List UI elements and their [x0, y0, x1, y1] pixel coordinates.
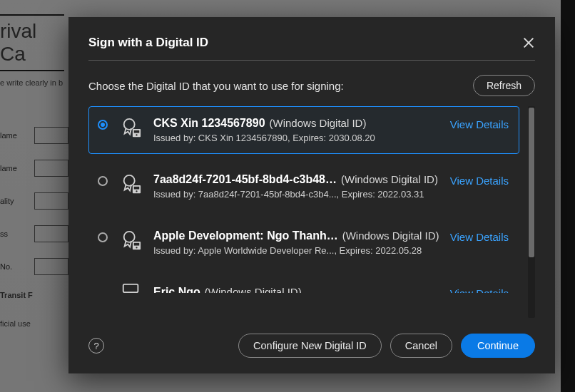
close-icon[interactable] [522, 36, 535, 49]
id-type: (Windows Digital ID) [205, 286, 302, 294]
svg-point-8 [124, 232, 135, 242]
certificate-icon [121, 117, 142, 140]
id-type: (Windows Digital ID) [341, 173, 438, 185]
id-issued: Issued by: CKS Xin 1234567890, Expires: … [153, 133, 440, 143]
cancel-button[interactable]: Cancel [390, 334, 452, 358]
scrollbar-thumb[interactable] [529, 108, 534, 257]
id-issued: Issued by: Apple Worldwide Developer Re.… [153, 245, 440, 256]
view-details-link[interactable]: View Details [450, 286, 509, 294]
continue-button[interactable]: Continue [461, 334, 535, 358]
scrollbar[interactable] [528, 106, 535, 318]
id-name: CKS Xin 1234567890 [153, 117, 265, 130]
view-details-link[interactable]: View Details [450, 173, 509, 187]
digital-id-item[interactable]: Apple Development: Ngo Thanh… (Windows D… [88, 219, 519, 267]
radio-icon[interactable] [98, 232, 108, 242]
id-issued: Issued by: 7aa8d24f-7201-45bf-8bd4-c3b4.… [153, 189, 440, 200]
id-name: Eric Ngo [153, 286, 200, 294]
id-list: CKS Xin 1234567890 (Windows Digital ID) … [88, 106, 525, 318]
radio-icon[interactable] [98, 176, 108, 186]
dialog-header: Sign with a Digital ID [88, 36, 535, 61]
sign-dialog: Sign with a Digital ID Choose the Digita… [68, 17, 555, 373]
id-type: (Windows Digital ID) [270, 117, 367, 129]
digital-id-item[interactable]: CKS Xin 1234567890 (Windows Digital ID) … [88, 106, 519, 154]
radio-icon[interactable] [98, 120, 108, 130]
refresh-button[interactable]: Refresh [473, 75, 535, 96]
svg-rect-10 [134, 243, 140, 246]
digital-id-item[interactable]: Eric Ngo (Windows Digital ID) View Detai… [88, 275, 519, 294]
view-details-link[interactable]: View Details [450, 117, 509, 130]
digital-id-item[interactable]: 7aa8d24f-7201-45bf-8bd4-c3b48… (Windows … [88, 163, 519, 210]
svg-point-3 [136, 134, 137, 135]
id-list-container: CKS Xin 1234567890 (Windows Digital ID) … [88, 106, 535, 318]
right-sidebar [561, 0, 575, 392]
dialog-title: Sign with a Digital ID [88, 36, 208, 50]
svg-point-4 [124, 175, 135, 186]
svg-point-0 [124, 119, 135, 130]
svg-rect-2 [134, 130, 140, 133]
certificate-icon [121, 229, 142, 252]
view-details-link[interactable]: View Details [450, 229, 509, 243]
svg-rect-12 [123, 284, 138, 292]
instruction-row: Choose the Digital ID that you want to u… [88, 75, 535, 96]
id-name: 7aa8d24f-7201-45bf-8bd4-c3b48… [153, 173, 337, 186]
configure-button[interactable]: Configure New Digital ID [238, 334, 382, 358]
svg-point-7 [136, 190, 137, 192]
certificate-icon [121, 173, 142, 196]
dialog-footer: ? Configure New Digital ID Cancel Contin… [88, 318, 535, 358]
instruction-text: Choose the Digital ID that you want to u… [88, 80, 344, 92]
svg-point-11 [136, 247, 137, 248]
certificate-icon [121, 282, 142, 294]
id-type: (Windows Digital ID) [342, 229, 439, 242]
help-icon[interactable]: ? [88, 338, 104, 354]
svg-rect-6 [134, 187, 140, 190]
id-name: Apple Development: Ngo Thanh… [153, 229, 338, 242]
